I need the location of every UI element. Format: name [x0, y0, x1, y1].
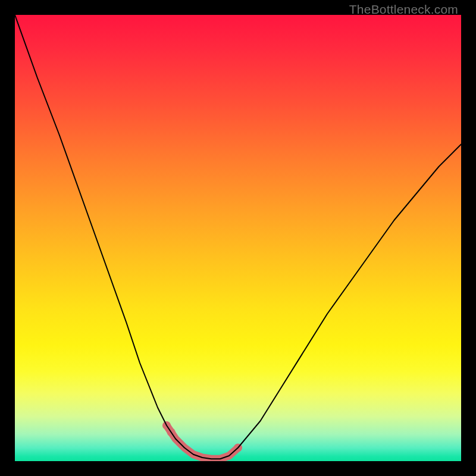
highlight-dots	[162, 421, 242, 452]
highlight-dot	[162, 421, 171, 430]
watermark-text: TheBottleneck.com	[349, 2, 458, 17]
highlight-dot	[167, 428, 176, 436]
main-curve	[15, 15, 461, 459]
chart-svg	[15, 15, 461, 461]
highlight-dot	[234, 444, 242, 452]
chart-frame: TheBottleneck.com	[0, 0, 476, 476]
highlight-segment	[167, 425, 238, 459]
chart-plot-area	[15, 15, 461, 461]
